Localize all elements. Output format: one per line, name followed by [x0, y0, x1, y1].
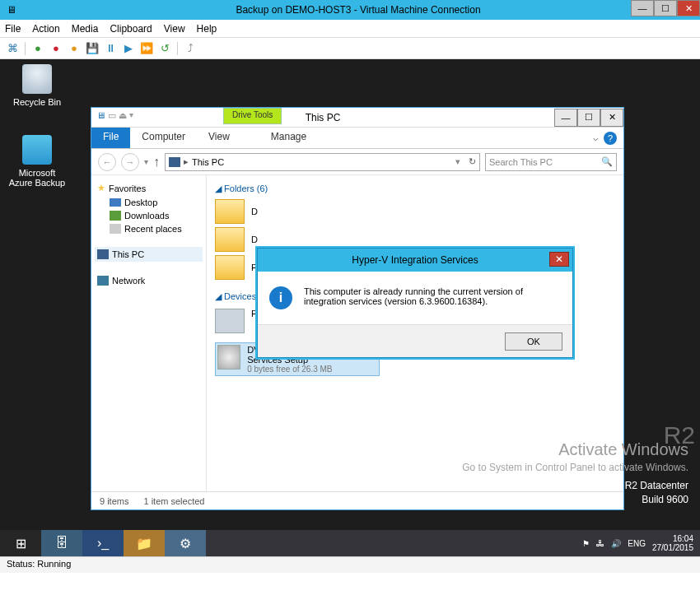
refresh-icon[interactable]: ↻ [469, 156, 476, 167]
nav-network[interactable]: Network [95, 273, 203, 288]
ribbon-tabs: File Computer View Manage ⌵ ? [91, 128, 623, 149]
activation-watermark: Activate Windows Go to System in Control… [462, 438, 688, 507]
recycle-bin[interactable]: Recycle Bin [8, 64, 66, 107]
pause-icon[interactable]: ⏸ [103, 41, 118, 56]
search-icon: 🔍 [601, 156, 613, 167]
dialog-title: Hyper-V Integration Services [352, 254, 478, 266]
view-tab[interactable]: View [197, 128, 241, 148]
server-manager-button[interactable]: 🗄 [41, 530, 82, 556]
back-button[interactable]: ← [98, 153, 116, 171]
menu-file[interactable]: File [5, 23, 21, 35]
floppy-icon [215, 309, 245, 333]
search-box[interactable]: Search This PC 🔍 [485, 153, 617, 171]
address-dropdown-icon[interactable]: ▾ [455, 156, 460, 167]
folders-section-header[interactable]: ◢ Folders (6) [215, 184, 615, 194]
explorer-titlebar: 🖥 ▭ ⏏ ▾ Drive Tools This PC — ☐ ✕ [91, 108, 623, 128]
trash-icon [22, 64, 52, 94]
address-bar[interactable]: ▸ This PC ▾ ↻ [165, 153, 480, 171]
breadcrumb-separator: ▸ [184, 156, 189, 167]
ctrl-alt-del-icon[interactable]: ⌘ [5, 41, 20, 56]
explorer-maximize-button[interactable]: ☐ [577, 109, 600, 127]
expand-ribbon-icon[interactable]: ⌵ [593, 132, 599, 143]
forward-button[interactable]: → [121, 153, 139, 171]
minimize-button[interactable]: — [631, 0, 654, 16]
start-icon[interactable]: ● [30, 41, 45, 56]
dialog-title-bar: Hyper-V Integration Services ✕ [258, 249, 572, 272]
computer-tab[interactable]: Computer [130, 128, 197, 148]
status-item-count: 9 items [100, 496, 128, 506]
breadcrumb-text[interactable]: This PC [192, 157, 224, 167]
recycle-bin-label: Recycle Bin [8, 97, 66, 107]
vmc-status-text: Status: Running [7, 559, 71, 569]
separator [25, 42, 26, 55]
explorer-minimize-button[interactable]: — [554, 109, 577, 127]
manage-tab[interactable]: Manage [259, 128, 318, 148]
desktop-icon [110, 198, 121, 207]
ok-button[interactable]: OK [505, 332, 562, 351]
tray-network-icon[interactable]: 🖧 [596, 539, 604, 548]
explorer-taskbar-button[interactable]: 📁 [124, 530, 165, 556]
downloads-icon [110, 211, 121, 221]
vmc-window-controls: — ☐ ✕ [631, 0, 700, 16]
revert-icon[interactable]: ↺ [157, 41, 172, 56]
navigation-pane: ★Favorites Desktop Downloads Recent plac… [91, 175, 207, 491]
vmc-status-bar: Status: Running [0, 556, 700, 573]
menu-action[interactable]: Action [32, 23, 59, 35]
menu-clipboard[interactable]: Clipboard [110, 23, 152, 35]
file-tab[interactable]: File [91, 128, 130, 148]
shutdown-icon[interactable]: ● [67, 41, 82, 56]
menu-media[interactable]: Media [72, 23, 99, 35]
language-indicator[interactable]: ENG [628, 539, 646, 548]
close-button[interactable]: ✕ [677, 0, 700, 16]
qa-dropdown-icon[interactable]: ▾ [129, 110, 133, 121]
reset-icon[interactable]: ▶ [121, 41, 136, 56]
up-button[interactable]: ↑ [153, 155, 160, 170]
favorites-header[interactable]: ★Favorites [95, 180, 203, 196]
drive-tools-context-tab[interactable]: Drive Tools [223, 108, 282, 124]
turnoff-icon[interactable]: ● [49, 41, 63, 56]
share-icon[interactable]: ⤴ [183, 41, 198, 56]
history-dropdown-icon[interactable]: ▾ [144, 157, 148, 166]
network-icon [97, 276, 109, 286]
folder-icon [215, 227, 245, 252]
folder-icon [215, 255, 245, 280]
checkpoint-icon[interactable]: ⏩ [139, 41, 154, 56]
clock[interactable]: 16:04 27/01/2015 [652, 534, 693, 552]
save-icon[interactable]: 💾 [85, 41, 100, 56]
maximize-button[interactable]: ☐ [654, 0, 677, 16]
vmc-icon: 🖥 [7, 4, 16, 16]
nav-recent[interactable]: Recent places [95, 222, 203, 235]
eject-mini-icon[interactable]: ⏏ [119, 110, 127, 121]
integration-services-dialog: Hyper-V Integration Services ✕ i This co… [257, 248, 573, 358]
folder-item[interactable]: D [215, 199, 615, 224]
start-button[interactable]: ⊞ [0, 530, 41, 556]
powershell-button[interactable]: ›_ [82, 530, 124, 556]
vmc-title-text: Backup on DEMO-HOST3 - Virtual Machine C… [16, 4, 700, 16]
tray-flag-icon[interactable]: ⚑ [582, 539, 590, 548]
vmc-menu-bar: File Action Media Clipboard View Help [0, 20, 700, 38]
dialog-close-button[interactable]: ✕ [549, 252, 569, 267]
separator [177, 42, 178, 55]
vmc-toolbar: ⌘ ● ● ● 💾 ⏸ ▶ ⏩ ↺ ⤴ [0, 38, 700, 59]
explorer-close-button[interactable]: ✕ [600, 109, 623, 127]
nav-desktop[interactable]: Desktop [95, 196, 203, 209]
explorer-window-controls: — ☐ ✕ [554, 109, 623, 127]
info-icon: i [269, 286, 292, 309]
clock-time: 16:04 [652, 534, 693, 543]
system-tray: ⚑ 🖧 🔊 ENG 16:04 27/01/2015 [582, 530, 700, 556]
help-icon[interactable]: ? [604, 132, 617, 145]
taskbar-left: ⊞ 🗄 ›_ 📁 ⚙ [0, 530, 206, 556]
integration-services-taskbar-button[interactable]: ⚙ [165, 530, 206, 556]
azure-backup-shortcut[interactable]: Microsoft Azure Backup [8, 135, 66, 188]
nav-this-pc[interactable]: This PC [95, 247, 203, 262]
guest-desktop: Recycle Bin Microsoft Azure Backup 🖥 ▭ ⏏… [0, 59, 700, 556]
tray-sound-icon[interactable]: 🔊 [611, 539, 621, 548]
dvd-icon [217, 345, 240, 370]
ribbon-right: ⌵ ? [593, 128, 623, 148]
menu-view[interactable]: View [164, 23, 185, 35]
props-mini-icon[interactable]: ▭ [108, 110, 116, 121]
nav-downloads[interactable]: Downloads [95, 209, 203, 222]
star-icon: ★ [97, 183, 105, 193]
dialog-footer: OK [258, 324, 572, 357]
menu-help[interactable]: Help [197, 23, 217, 35]
